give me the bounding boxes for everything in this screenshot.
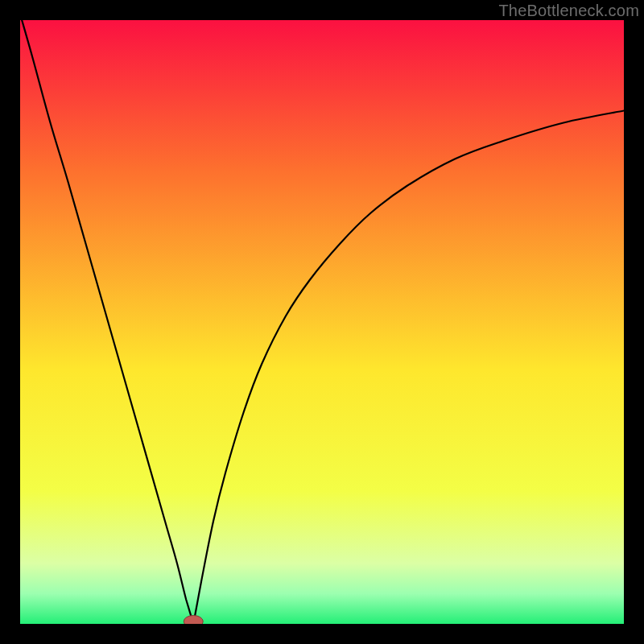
chart-frame: TheBottleneck.com xyxy=(0,0,644,644)
minimum-marker xyxy=(184,616,203,625)
gradient-background xyxy=(20,20,624,624)
watermark-text: TheBottleneck.com xyxy=(498,2,639,20)
bottleneck-chart xyxy=(20,20,624,624)
plot-area xyxy=(20,20,624,624)
